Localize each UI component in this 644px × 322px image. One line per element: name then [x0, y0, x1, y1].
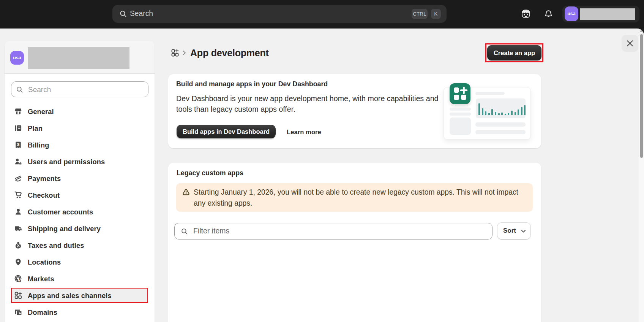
- svg-text:$: $: [17, 142, 19, 147]
- svg-text:$: $: [19, 278, 21, 282]
